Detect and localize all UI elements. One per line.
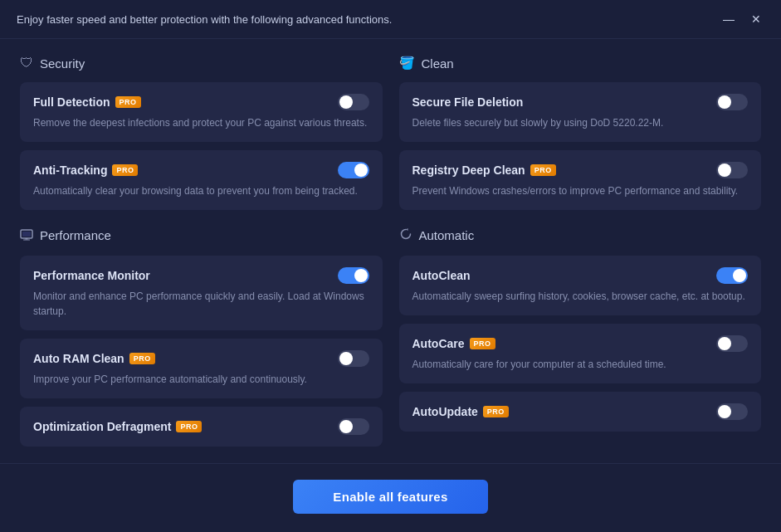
- toggle-thumb-autoupdate: [718, 405, 731, 418]
- pro-badge-full-detection: PRO: [115, 96, 141, 108]
- svg-rect-1: [26, 238, 28, 240]
- toggle-anti-tracking[interactable]: [338, 162, 369, 178]
- shield-icon: 🛡: [20, 56, 33, 71]
- feature-card-full-detection: Full Detection PRO Remove the deepest in…: [20, 82, 383, 142]
- svg-rect-3: [22, 232, 31, 237]
- pro-badge-optimization-defragment: PRO: [176, 421, 202, 432]
- feature-row-autoclean: AutoClean: [412, 267, 749, 284]
- toggle-track-autoupdate[interactable]: [716, 403, 748, 420]
- feature-row-optimization-defragment: Optimization Defragment PRO: [33, 418, 369, 435]
- feature-desc-auto-ram-clean: Improve your PC performance automaticall…: [33, 372, 369, 387]
- toggle-secure-file-deletion[interactable]: [716, 94, 748, 110]
- feature-desc-full-detection: Remove the deepest infections and protec…: [33, 115, 369, 130]
- section-label-security: Security: [40, 56, 85, 71]
- toggle-thumb-auto-ram-clean: [339, 352, 353, 365]
- toggle-auto-ram-clean[interactable]: [338, 350, 369, 367]
- feature-name-autoupdate: AutoUpdate: [412, 405, 478, 418]
- title-bar: Enjoy faster speed and better protection…: [0, 0, 781, 39]
- feature-row-auto-ram-clean: Auto RAM Clean PRO: [33, 350, 369, 367]
- section-automatic: Automatic AutoClean Automatically sweep …: [399, 227, 762, 447]
- toggle-full-detection[interactable]: [338, 94, 369, 110]
- feature-desc-secure-file-deletion: Delete files securely but slowly by usin…: [412, 115, 749, 130]
- performance-icon: [20, 227, 33, 244]
- toggle-track-performance-monitor[interactable]: [338, 267, 369, 284]
- feature-name-secure-file-deletion: Secure File Deletion: [412, 95, 524, 109]
- toggle-track-auto-ram-clean[interactable]: [338, 350, 369, 367]
- feature-title-anti-tracking: Anti-Tracking PRO: [33, 164, 138, 177]
- feature-name-autocare: AutoCare: [412, 337, 465, 350]
- pro-badge-autocare: PRO: [470, 338, 495, 349]
- section-performance: Performance Performance Monitor Monitor …: [20, 227, 383, 447]
- section-header-performance: Performance: [20, 227, 383, 244]
- feature-name-performance-monitor: Performance Monitor: [33, 269, 150, 282]
- toggle-performance-monitor[interactable]: [338, 267, 369, 284]
- section-label-performance: Performance: [40, 228, 111, 242]
- toggle-track-secure-file-deletion[interactable]: [716, 94, 748, 110]
- minimize-button[interactable]: —: [720, 12, 738, 27]
- feature-row-autoupdate: AutoUpdate PRO: [412, 403, 749, 420]
- feature-desc-autoclean: Automatically sweep surfing history, coo…: [412, 289, 749, 304]
- feature-name-anti-tracking: Anti-Tracking: [33, 164, 107, 177]
- feature-name-full-detection: Full Detection: [33, 95, 110, 109]
- toggle-thumb-secure-file-deletion: [718, 95, 731, 109]
- feature-desc-performance-monitor: Monitor and enhance PC performance quick…: [33, 289, 369, 319]
- toggle-thumb-autoclean: [733, 269, 746, 282]
- feature-name-auto-ram-clean: Auto RAM Clean: [33, 352, 124, 365]
- toggle-autoclean[interactable]: [716, 267, 748, 284]
- toggle-registry-deep-clean[interactable]: [716, 162, 748, 178]
- pro-badge-anti-tracking: PRO: [112, 164, 138, 176]
- feature-card-autocare: AutoCare PRO Automatically care for your…: [399, 324, 762, 383]
- feature-title-secure-file-deletion: Secure File Deletion: [412, 95, 524, 109]
- feature-desc-anti-tracking: Automatically clear your browsing data t…: [33, 183, 369, 198]
- automatic-icon: [399, 227, 412, 244]
- svg-rect-2: [23, 239, 30, 240]
- section-clean: 🪣 Clean Secure File Deletion Delete file…: [399, 56, 762, 211]
- feature-row-full-detection: Full Detection PRO: [33, 94, 369, 110]
- footer: Enable all features: [0, 463, 781, 530]
- feature-desc-autocare: Automatically care for your computer at …: [412, 357, 749, 372]
- section-security: 🛡 Security Full Detection PRO Remove the…: [20, 56, 383, 211]
- toggle-track-autocare[interactable]: [716, 335, 748, 352]
- toggle-thumb-registry-deep-clean: [718, 164, 731, 177]
- title-bar-controls: — ✕: [720, 12, 764, 27]
- pro-badge-autoupdate: PRO: [483, 406, 509, 417]
- toggle-thumb-autocare: [718, 337, 731, 350]
- clean-icon: 🪣: [399, 56, 415, 71]
- pro-badge-auto-ram-clean: PRO: [129, 353, 155, 364]
- toggle-optimization-defragment[interactable]: [338, 418, 369, 435]
- feature-card-autoclean: AutoClean Automatically sweep surfing hi…: [399, 256, 762, 315]
- feature-title-registry-deep-clean: Registry Deep Clean PRO: [412, 164, 556, 177]
- close-button[interactable]: ✕: [748, 12, 764, 27]
- feature-title-auto-ram-clean: Auto RAM Clean PRO: [33, 352, 155, 365]
- feature-row-registry-deep-clean: Registry Deep Clean PRO: [412, 162, 749, 178]
- toggle-track-full-detection[interactable]: [338, 94, 369, 110]
- feature-row-secure-file-deletion: Secure File Deletion: [412, 94, 749, 110]
- feature-title-performance-monitor: Performance Monitor: [33, 269, 150, 282]
- feature-title-autoclean: AutoClean: [412, 269, 471, 282]
- feature-name-autoclean: AutoClean: [412, 269, 471, 282]
- feature-name-registry-deep-clean: Registry Deep Clean: [412, 164, 525, 177]
- feature-card-performance-monitor: Performance Monitor Monitor and enhance …: [20, 256, 383, 330]
- feature-row-autocare: AutoCare PRO: [412, 335, 749, 352]
- feature-title-autoupdate: AutoUpdate PRO: [412, 405, 509, 418]
- feature-title-full-detection: Full Detection PRO: [33, 95, 141, 109]
- feature-card-autoupdate: AutoUpdate PRO: [399, 392, 762, 432]
- title-bar-text: Enjoy faster speed and better protection…: [17, 13, 392, 26]
- section-label-automatic: Automatic: [419, 228, 475, 242]
- toggle-thumb-full-detection: [339, 95, 353, 109]
- feature-title-autocare: AutoCare PRO: [412, 337, 495, 350]
- feature-card-secure-file-deletion: Secure File Deletion Delete files secure…: [399, 82, 762, 142]
- enable-features-button[interactable]: Enable all features: [293, 480, 487, 514]
- toggle-track-autoclean[interactable]: [716, 267, 748, 284]
- feature-desc-registry-deep-clean: Prevent Windows crashes/errors to improv…: [412, 183, 749, 198]
- feature-row-anti-tracking: Anti-Tracking PRO: [33, 162, 369, 178]
- toggle-track-registry-deep-clean[interactable]: [716, 162, 748, 178]
- feature-row-performance-monitor: Performance Monitor: [33, 267, 369, 284]
- feature-card-registry-deep-clean: Registry Deep Clean PRO Prevent Windows …: [399, 150, 762, 210]
- section-label-clean: Clean: [422, 56, 454, 71]
- toggle-autocare[interactable]: [716, 335, 748, 352]
- toggle-track-anti-tracking[interactable]: [338, 162, 369, 178]
- toggle-autoupdate[interactable]: [716, 403, 748, 420]
- section-header-security: 🛡 Security: [20, 56, 383, 71]
- toggle-track-optimization-defragment[interactable]: [338, 418, 369, 435]
